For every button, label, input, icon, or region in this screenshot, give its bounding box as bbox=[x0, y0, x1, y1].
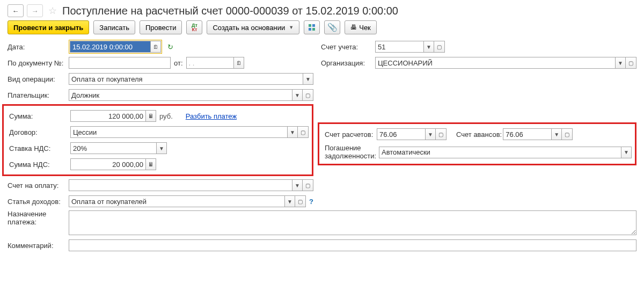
contract-label: Договор: bbox=[9, 128, 67, 136]
save-button[interactable]: Записать bbox=[93, 20, 135, 34]
payer-input[interactable]: Должник bbox=[69, 89, 292, 101]
vat-rate-label: Ставка НДС: bbox=[9, 144, 67, 152]
account-ledger-label: Счет учета: bbox=[321, 43, 372, 51]
split-payment-link[interactable]: Разбить платеж bbox=[186, 112, 237, 120]
account-advances-label: Счет авансов: bbox=[456, 130, 502, 139]
purpose-label: Назначение платежа: bbox=[8, 210, 65, 227]
organization-input[interactable]: ЦЕССИОНАРИЙ bbox=[375, 57, 615, 69]
help-icon[interactable]: ? bbox=[309, 198, 313, 206]
open-icon[interactable]: ▢ bbox=[303, 89, 313, 101]
svg-rect-3 bbox=[312, 28, 315, 31]
nav-back-button[interactable]: ← bbox=[8, 4, 24, 17]
contract-input[interactable]: Цессии bbox=[70, 126, 287, 138]
svg-rect-2 bbox=[309, 28, 311, 31]
chevron-down-icon[interactable]: ▼ bbox=[287, 126, 298, 138]
chevron-down-icon[interactable]: ▼ bbox=[292, 179, 303, 191]
comment-input[interactable] bbox=[69, 239, 636, 251]
chevron-down-icon[interactable]: ▼ bbox=[423, 41, 434, 53]
dtkt-icon: ДтКт bbox=[192, 23, 197, 32]
check-button[interactable]: 🖶 Чек bbox=[345, 20, 377, 34]
attach-button[interactable]: 📎 bbox=[324, 20, 340, 34]
debt-repayment-label: Погашение задолженности: bbox=[325, 144, 376, 161]
structure-icon bbox=[308, 24, 316, 31]
chevron-down-icon[interactable]: ▼ bbox=[621, 147, 632, 158]
chevron-down-icon[interactable]: ▼ bbox=[284, 195, 295, 207]
svg-rect-1 bbox=[312, 24, 315, 27]
printer-icon: 🖶 bbox=[350, 24, 357, 31]
open-icon[interactable]: ▢ bbox=[303, 179, 313, 191]
doc-no-input[interactable] bbox=[69, 57, 171, 69]
create-based-on-button[interactable]: Создать на основании ▼ bbox=[207, 20, 299, 34]
doc-from-input[interactable]: . . bbox=[186, 57, 233, 69]
chevron-down-icon[interactable]: ▼ bbox=[425, 128, 436, 140]
vat-sum-input[interactable]: 20 000,00 bbox=[70, 158, 145, 170]
paperclip-icon: 📎 bbox=[327, 23, 338, 32]
income-article-input[interactable]: Оплата от покупателей bbox=[69, 195, 284, 207]
currency-label: руб. bbox=[159, 112, 173, 120]
date-label: Дата: bbox=[8, 43, 65, 51]
operation-type-input[interactable]: Оплата от покупателя bbox=[69, 73, 303, 85]
organization-label: Организация: bbox=[321, 59, 372, 67]
operation-type-label: Вид операции: bbox=[8, 75, 65, 83]
chevron-down-icon[interactable]: ▼ bbox=[615, 57, 626, 69]
calendar-icon[interactable]: 🗓 bbox=[233, 57, 244, 69]
account-ledger-input[interactable]: 51 bbox=[375, 41, 423, 53]
income-article-label: Статья доходов: bbox=[8, 198, 65, 206]
account-settlements-label: Счет расчетов: bbox=[325, 130, 376, 139]
from-label: от: bbox=[174, 59, 183, 67]
post-and-close-button[interactable]: Провести и закрыть bbox=[8, 20, 89, 34]
page-title: Поступление на расчетный счет 0000-00003… bbox=[62, 5, 398, 17]
date-input[interactable]: 15.02.2019 0:00:00 bbox=[70, 41, 150, 53]
vat-rate-input[interactable]: 20% bbox=[70, 142, 156, 154]
open-icon[interactable]: ▢ bbox=[562, 128, 573, 140]
calculator-icon[interactable]: 🖩 bbox=[145, 158, 156, 170]
debt-repayment-input[interactable]: Автоматически bbox=[379, 147, 621, 158]
open-icon[interactable]: ▢ bbox=[434, 41, 445, 53]
purpose-textarea[interactable] bbox=[69, 210, 636, 235]
refresh-date-icon[interactable]: ↻ bbox=[167, 43, 173, 51]
post-button[interactable]: Провести bbox=[140, 20, 182, 34]
payer-label: Плательщик: bbox=[8, 91, 65, 99]
dtkt-button[interactable]: ДтКт bbox=[186, 20, 202, 34]
sum-label: Сумма: bbox=[9, 112, 67, 120]
vat-sum-label: Сумма НДС: bbox=[9, 161, 67, 169]
chevron-down-icon[interactable]: ▼ bbox=[551, 128, 562, 140]
open-icon[interactable]: ▢ bbox=[295, 195, 306, 207]
structure-button[interactable] bbox=[304, 20, 320, 34]
doc-no-label: По документу №: bbox=[8, 59, 65, 67]
chevron-down-icon[interactable]: ▼ bbox=[156, 142, 167, 154]
open-icon[interactable]: ▢ bbox=[626, 57, 636, 69]
account-settlements-input[interactable]: 76.06 bbox=[377, 128, 425, 140]
calculator-icon[interactable]: 🖩 bbox=[145, 110, 156, 122]
sum-input[interactable]: 120 000,00 bbox=[70, 110, 145, 122]
open-icon[interactable]: ▢ bbox=[436, 128, 447, 140]
chevron-down-icon[interactable]: ▼ bbox=[292, 89, 303, 101]
invoice-label: Счет на оплату: bbox=[8, 181, 65, 190]
calendar-icon[interactable]: 🗓 bbox=[150, 41, 161, 53]
account-advances-input[interactable]: 76.06 bbox=[503, 128, 551, 140]
favorite-star-icon[interactable]: ☆ bbox=[48, 5, 57, 17]
invoice-input[interactable] bbox=[69, 179, 292, 191]
nav-forward-button[interactable]: → bbox=[27, 4, 43, 17]
comment-label: Комментарий: bbox=[8, 242, 65, 250]
chevron-down-icon: ▼ bbox=[289, 25, 294, 30]
svg-rect-0 bbox=[309, 24, 311, 27]
chevron-down-icon[interactable]: ▼ bbox=[303, 73, 313, 85]
open-icon[interactable]: ▢ bbox=[298, 126, 309, 138]
